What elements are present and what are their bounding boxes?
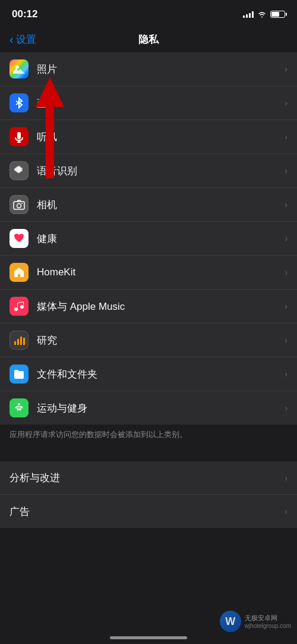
health-chevron: › [285,234,287,243]
nav-bar: ‹ 设置 隐私 [0,26,297,52]
siri-label: 听风 [37,130,280,144]
section-divider [0,450,297,461]
sound-chevron: › [285,166,287,175]
battery-icon [270,11,285,18]
status-time: 00:12 [12,8,37,20]
research-icon [10,331,29,350]
sound-label: 语音识别 [37,164,280,178]
analytics-chevron: › [285,473,287,483]
page-title: 隐私 [138,33,159,46]
status-bar: 00:12 [0,0,297,26]
watermark: W 无极安卓网 wjhotelgroup.com [220,611,291,632]
health-label: 健康 [37,232,280,246]
siri-chevron: › [285,132,287,142]
music-chevron: › [285,301,287,311]
camera-icon [10,195,29,214]
svg-rect-16 [17,339,19,345]
files-icon [10,365,29,384]
settings-item-files[interactable]: 文件和文件夹 › [0,357,297,391]
watermark-logo: W [220,611,241,632]
bluetooth-chevron: › [285,98,287,108]
back-chevron-icon: ‹ [10,33,14,45]
svg-rect-11 [20,168,23,171]
settings-item-analytics[interactable]: 分析与改进 › [0,461,297,495]
settings-item-camera[interactable]: 相机 › [0,188,297,222]
wifi-icon [257,11,267,18]
homekit-icon [10,263,29,282]
siri-icon [10,127,29,146]
svg-rect-3 [17,132,21,139]
svg-rect-18 [23,338,25,345]
home-indicator [110,636,187,639]
music-label: 媒体与 Apple Music [37,300,280,313]
back-label: 设置 [16,33,36,46]
settings-item-research[interactable]: 研究 › [0,323,297,357]
photos-icon [10,59,29,78]
svg-point-14 [21,203,23,204]
settings-item-fitness[interactable]: 运动与健身 › [0,391,297,425]
settings-item-ads[interactable]: 广告 › [0,495,297,528]
settings-item-bluetooth[interactable]: 蓝牙 › [0,86,297,120]
analytics-label: 分析与改进 [10,471,280,485]
svg-rect-17 [20,337,22,345]
svg-point-13 [17,204,21,208]
bluetooth-label: 蓝牙 [37,96,280,110]
photos-label: 照片 [37,62,280,76]
back-button[interactable]: ‹ 设置 [10,33,36,46]
status-icons [243,11,285,18]
research-chevron: › [285,335,287,345]
settings-group-1: 照片 › 蓝牙 › 听风 › [0,52,297,425]
settings-item-health[interactable]: 健康 › [0,222,297,256]
health-icon [10,229,29,248]
fitness-label: 运动与健身 [37,401,280,415]
research-label: 研究 [37,334,280,347]
fitness-chevron: › [285,403,287,413]
homekit-label: HomeKit [37,266,280,278]
bluetooth-icon [10,93,29,112]
watermark-text: 无极安卓网 wjhotelgroup.com [245,614,291,629]
settings-item-photos[interactable]: 照片 › [0,52,297,86]
ads-label: 广告 [10,505,280,519]
sound-icon [10,161,29,180]
settings-item-siri[interactable]: 听风 › [0,120,297,154]
files-chevron: › [285,369,287,379]
photos-chevron: › [285,64,287,74]
settings-item-sound[interactable]: 语音识别 › [0,154,297,188]
svg-rect-15 [14,341,16,345]
ads-chevron: › [285,507,287,516]
files-label: 文件和文件夹 [37,367,280,381]
svg-point-19 [18,403,20,406]
music-icon [10,297,29,316]
camera-label: 相机 [37,198,280,212]
settings-group-2: 分析与改进 › 广告 › [0,461,297,528]
fitness-icon [10,398,29,417]
settings-item-homekit[interactable]: HomeKit › [0,256,297,290]
settings-item-music[interactable]: 媒体与 Apple Music › [0,290,297,323]
section-footer: 应用程序请求访问您的数据时会被添加到以上类别。 [0,425,297,450]
svg-point-2 [15,65,19,69]
homekit-chevron: › [285,268,287,277]
camera-chevron: › [285,200,287,209]
signal-icon [243,11,254,18]
